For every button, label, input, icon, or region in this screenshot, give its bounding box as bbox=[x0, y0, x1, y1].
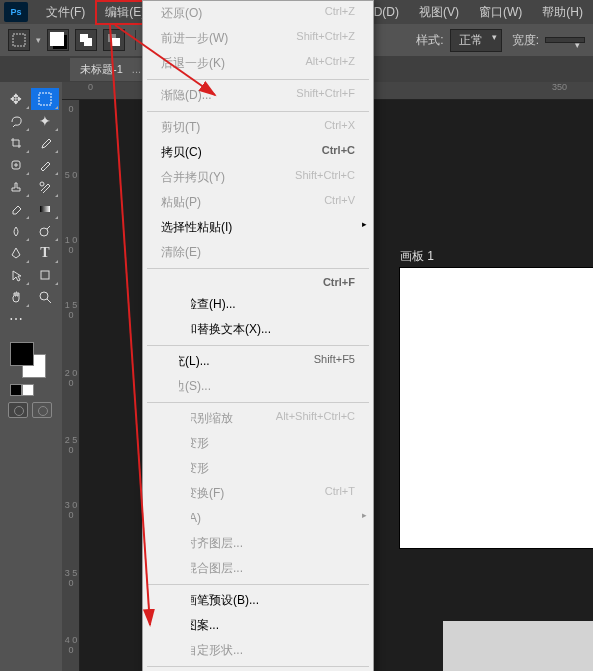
document-tab[interactable]: 未标题-1 ... bbox=[70, 58, 151, 81]
ruler-vertical: 0 5 0 1 0 0 1 5 0 2 0 0 2 5 0 3 0 0 3 5 … bbox=[62, 100, 80, 671]
menu-paste[interactable]: 粘贴(P)Ctrl+V bbox=[143, 190, 373, 215]
ruler-tick: 2 5 0 bbox=[62, 435, 80, 455]
menu-cut[interactable]: 剪切(T)Ctrl+X bbox=[143, 115, 373, 140]
width-input[interactable] bbox=[545, 37, 585, 43]
menu-step-forward[interactable]: 前进一步(W)Shift+Ctrl+Z bbox=[143, 26, 373, 51]
app-logo: Ps bbox=[4, 2, 28, 22]
menu-copy-merged[interactable]: 合并拷贝(Y)Shift+Ctrl+C bbox=[143, 165, 373, 190]
svg-rect-2 bbox=[84, 38, 92, 46]
color-swatches[interactable] bbox=[10, 342, 50, 382]
artboard-label[interactable]: 画板 1 bbox=[400, 248, 434, 265]
type-tool[interactable]: T bbox=[31, 242, 59, 264]
watermark-overlay bbox=[443, 621, 593, 671]
gradient-tool[interactable] bbox=[31, 198, 59, 220]
edit-dropdown-menu: 还原(O)Ctrl+Z 前进一步(W)Shift+Ctrl+Z 后退一步(K)A… bbox=[142, 0, 374, 671]
menu-define-brush[interactable]: 定义画笔预设(B)... bbox=[143, 588, 373, 613]
brush-tool[interactable] bbox=[31, 154, 59, 176]
ruler-tick: 3 5 0 bbox=[62, 568, 80, 588]
menu-define-pattern[interactable]: 定义图案... bbox=[143, 613, 373, 638]
svg-point-11 bbox=[40, 292, 48, 300]
hand-tool[interactable] bbox=[2, 286, 30, 308]
ruler-tick: 1 0 0 bbox=[62, 235, 80, 255]
marquee-tool-icon[interactable] bbox=[8, 29, 30, 51]
menu-find-replace[interactable]: 查找和替换文本(X)... bbox=[143, 317, 373, 342]
menu-perspective-warp[interactable]: 透视变形 bbox=[143, 456, 373, 481]
selection-add-icon[interactable] bbox=[75, 29, 97, 51]
menu-search[interactable]: Ctrl+F bbox=[143, 272, 373, 292]
svg-rect-5 bbox=[39, 93, 51, 105]
width-label: 宽度: bbox=[512, 32, 539, 49]
menu-window[interactable]: 窗口(W) bbox=[469, 0, 532, 25]
ruler-tick: 0 bbox=[88, 82, 93, 92]
menu-auto-blend[interactable]: 自动混合图层... bbox=[143, 556, 373, 581]
svg-rect-10 bbox=[41, 271, 49, 279]
ruler-tick: 1 5 0 bbox=[62, 300, 80, 320]
dodge-tool[interactable] bbox=[31, 220, 59, 242]
selection-subtract-icon[interactable] bbox=[103, 29, 125, 51]
menu-stroke[interactable]: 描边(S)... bbox=[143, 374, 373, 399]
menu-fill[interactable]: 填充(L)...Shift+F5 bbox=[143, 349, 373, 374]
menu-clear[interactable]: 清除(E) bbox=[143, 240, 373, 265]
style-dropdown[interactable]: 正常 bbox=[450, 29, 502, 52]
menu-content-aware-scale[interactable]: 内容识别缩放Alt+Shift+Ctrl+C bbox=[143, 406, 373, 431]
menu-copy[interactable]: 拷贝(C)Ctrl+C bbox=[143, 140, 373, 165]
menu-fade[interactable]: 渐隐(D)...Shift+Ctrl+F bbox=[143, 83, 373, 108]
ruler-tick: 350 bbox=[552, 82, 567, 92]
eyedropper-tool[interactable] bbox=[31, 132, 59, 154]
ruler-tick: 4 0 0 bbox=[62, 635, 80, 655]
quickmask-mode-icon[interactable] bbox=[32, 402, 52, 418]
svg-rect-0 bbox=[13, 34, 25, 46]
marquee-tool[interactable] bbox=[31, 88, 59, 110]
selection-new-icon[interactable] bbox=[47, 29, 69, 51]
menu-file[interactable]: 文件(F) bbox=[36, 0, 95, 25]
move-tool[interactable]: ✥ bbox=[2, 88, 30, 110]
svg-rect-4 bbox=[112, 38, 120, 46]
svg-point-9 bbox=[40, 228, 48, 236]
menu-transform[interactable]: 变换(A) bbox=[143, 506, 373, 531]
zoom-tool[interactable] bbox=[31, 286, 59, 308]
menu-step-back[interactable]: 后退一步(K)Alt+Ctrl+Z bbox=[143, 51, 373, 76]
stamp-tool[interactable] bbox=[2, 176, 30, 198]
menu-paste-special[interactable]: 选择性粘贴(I) bbox=[143, 215, 373, 240]
menu-undo[interactable]: 还原(O)Ctrl+Z bbox=[143, 1, 373, 26]
ruler-tick: 3 0 0 bbox=[62, 500, 80, 520]
menu-auto-align[interactable]: 自动对齐图层... bbox=[143, 531, 373, 556]
tab-title: 未标题-1 bbox=[80, 63, 123, 75]
lasso-tool[interactable] bbox=[2, 110, 30, 132]
blur-tool[interactable] bbox=[2, 220, 30, 242]
style-label: 样式: bbox=[416, 32, 443, 49]
menu-define-shape[interactable]: 定义自定形状... bbox=[143, 638, 373, 663]
chevron-down-icon[interactable]: ▾ bbox=[36, 35, 41, 45]
foreground-color[interactable] bbox=[10, 342, 34, 366]
tools-panel: ✥ ✦ T ⋯ bbox=[0, 82, 62, 671]
edit-toolbar[interactable]: ⋯ bbox=[2, 308, 30, 330]
crop-tool[interactable] bbox=[2, 132, 30, 154]
svg-point-7 bbox=[40, 182, 44, 186]
ruler-tick: 5 0 bbox=[62, 170, 80, 180]
artboard[interactable] bbox=[400, 268, 593, 548]
eraser-tool[interactable] bbox=[2, 198, 30, 220]
default-colors-icon[interactable] bbox=[10, 384, 22, 396]
menu-help[interactable]: 帮助(H) bbox=[532, 0, 593, 25]
magic-wand-tool[interactable]: ✦ bbox=[31, 110, 59, 132]
menu-free-transform[interactable]: 自由变换(F)Ctrl+T bbox=[143, 481, 373, 506]
history-brush-tool[interactable] bbox=[31, 176, 59, 198]
healing-tool[interactable] bbox=[2, 154, 30, 176]
shape-tool[interactable] bbox=[31, 264, 59, 286]
ruler-tick: 0 bbox=[62, 104, 80, 114]
standard-mode-icon[interactable] bbox=[8, 402, 28, 418]
tab-suffix: ... bbox=[132, 63, 141, 75]
pen-tool[interactable] bbox=[2, 242, 30, 264]
menu-puppet-warp[interactable]: 操控变形 bbox=[143, 431, 373, 456]
svg-rect-8 bbox=[40, 206, 50, 212]
menu-check-spelling[interactable]: 拼写检查(H)... bbox=[143, 292, 373, 317]
swap-colors-icon[interactable] bbox=[22, 384, 34, 396]
ruler-tick: 2 0 0 bbox=[62, 368, 80, 388]
path-select-tool[interactable] bbox=[2, 264, 30, 286]
menu-view[interactable]: 视图(V) bbox=[409, 0, 469, 25]
